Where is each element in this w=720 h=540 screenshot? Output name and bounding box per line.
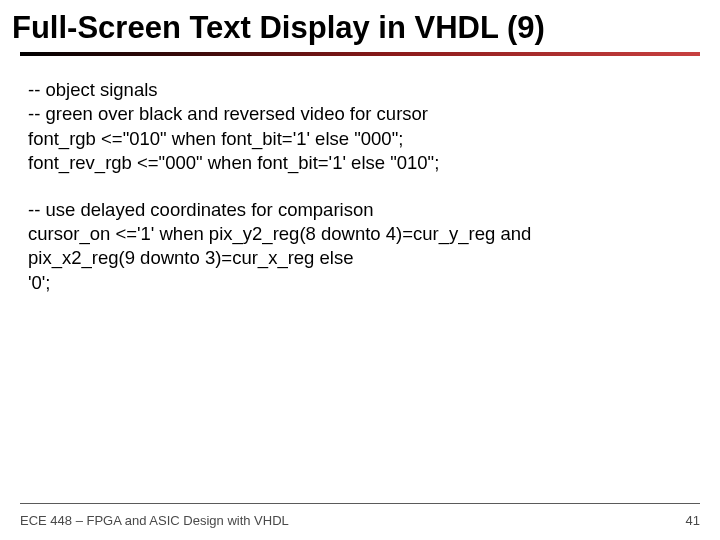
code-line: '0';	[28, 271, 692, 295]
code-line: font_rev_rgb <="000" when font_bit='1' e…	[28, 151, 692, 175]
slide: Full-Screen Text Display in VHDL (9) -- …	[0, 0, 720, 540]
code-line: -- object signals	[28, 78, 692, 102]
slide-title: Full-Screen Text Display in VHDL (9)	[0, 0, 720, 46]
code-line: cursor_on <='1' when pix_y2_reg(8 downto…	[28, 222, 692, 246]
footer-rule	[20, 503, 700, 504]
footer-page-number: 41	[686, 513, 700, 528]
code-line: -- use delayed coordinates for compariso…	[28, 198, 692, 222]
code-line: pix_x2_reg(9 downto 3)=cur_x_reg else	[28, 246, 692, 270]
code-line: -- green over black and reversed video f…	[28, 102, 692, 126]
spacer	[28, 176, 692, 198]
slide-body: -- object signals -- green over black an…	[0, 56, 720, 295]
footer: ECE 448 – FPGA and ASIC Design with VHDL…	[20, 513, 700, 528]
code-line: font_rgb <="010" when font_bit='1' else …	[28, 127, 692, 151]
footer-course: ECE 448 – FPGA and ASIC Design with VHDL	[20, 513, 289, 528]
